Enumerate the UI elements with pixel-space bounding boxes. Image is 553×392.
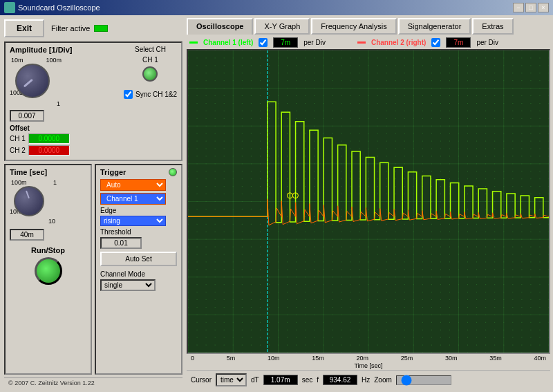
channel-mode-select[interactable]: single bbox=[100, 279, 156, 291]
ch1-checkbox[interactable] bbox=[259, 38, 268, 47]
sync-checkbox[interactable] bbox=[124, 90, 133, 99]
offset-ch2-input[interactable] bbox=[28, 145, 70, 156]
trigger-panel: Trigger Auto Channel 1 Edge rising bbox=[95, 164, 182, 375]
tab-xy-graph[interactable]: X-Y Graph bbox=[254, 18, 310, 35]
right-panel: Oscilloscope X-Y Graph Frequency Analysi… bbox=[187, 15, 553, 392]
filter-label: Filter active bbox=[51, 24, 90, 32]
ch2-checkbox[interactable] bbox=[431, 38, 440, 47]
offset-label: Offset bbox=[10, 124, 177, 132]
amplitude-value-input[interactable] bbox=[10, 110, 44, 122]
ch1-label: CH 1 bbox=[142, 56, 158, 64]
filter-led bbox=[94, 25, 108, 32]
ch2-per-div-label: per Div bbox=[476, 39, 498, 46]
trigger-title: Trigger bbox=[100, 168, 126, 176]
channel-info-bar: Channel 1 (left) per Div Channel 2 (righ… bbox=[187, 36, 550, 49]
copyright: © 2007 C. Zeitnitz Version 1.22 bbox=[4, 377, 182, 388]
time-panel: Time [sec] 100m 1 10m 10 1m Run/Stop bbox=[4, 164, 92, 375]
scope-canvas bbox=[188, 50, 549, 353]
x-label-20m: 20m bbox=[356, 355, 368, 362]
zoom-label: Zoom bbox=[374, 376, 392, 384]
ch1-channel-label: Channel 1 (left) bbox=[203, 39, 253, 46]
threshold-label: Threshold bbox=[100, 228, 177, 236]
run-stop-area: Run/Stop bbox=[10, 246, 86, 285]
trigger-source-select[interactable]: Channel 1 bbox=[100, 193, 166, 205]
amp-label-100m: 100m bbox=[46, 57, 62, 64]
time-knob[interactable] bbox=[14, 186, 44, 216]
ch1-per-div-input[interactable] bbox=[273, 37, 298, 48]
offset-ch1-label: CH 1 bbox=[10, 135, 26, 142]
channel-mode-label: Channel Mode bbox=[100, 270, 177, 278]
f-value: 934.62 bbox=[323, 375, 357, 385]
x-label-0: 0 bbox=[191, 355, 194, 362]
time-title: Time [sec] bbox=[10, 168, 86, 176]
offset-ch1-input[interactable] bbox=[28, 133, 70, 144]
zoom-slider[interactable] bbox=[396, 375, 451, 385]
trigger-led bbox=[169, 168, 177, 176]
x-label-5m: 5m bbox=[227, 355, 236, 362]
x-axis-labels: 0 5m 10m 15m 20m 25m 30m 35m 40m bbox=[187, 354, 550, 362]
left-panel: Exit Filter active Amplitude [1/Div] 10m… bbox=[0, 15, 187, 392]
exit-button[interactable]: Exit bbox=[4, 19, 44, 37]
x-label-30m: 30m bbox=[445, 355, 458, 362]
oscilloscope-display bbox=[187, 49, 550, 354]
tab-oscilloscope[interactable]: Oscilloscope bbox=[187, 18, 253, 35]
select-ch-label: Select CH bbox=[135, 46, 166, 53]
ch2-channel-label: Channel 2 (right) bbox=[371, 39, 426, 46]
f-label: f bbox=[317, 376, 319, 384]
threshold-input[interactable] bbox=[100, 237, 142, 249]
maximize-button[interactable]: □ bbox=[525, 3, 536, 12]
tabs-bar: Oscilloscope X-Y Graph Frequency Analysi… bbox=[187, 18, 550, 35]
dt-label: dT bbox=[251, 376, 259, 384]
cursor-bar: Cursor time dT 1.07m sec f 934.62 Hz Zoo… bbox=[187, 370, 550, 389]
x-axis-title: Time [sec] bbox=[187, 362, 550, 370]
edge-label: Edge bbox=[100, 207, 177, 214]
cursor-label: Cursor bbox=[191, 376, 212, 384]
run-stop-label: Run/Stop bbox=[10, 246, 86, 254]
title-bar: Soundcard Oszilloscope − □ × bbox=[0, 0, 553, 15]
ch1-per-div-label: per Div bbox=[303, 39, 326, 46]
x-label-25m: 25m bbox=[401, 355, 413, 362]
trigger-edge-select[interactable]: rising bbox=[100, 216, 166, 226]
auto-set-button[interactable]: Auto Set bbox=[100, 252, 177, 266]
ch2-color-bar bbox=[357, 41, 366, 44]
x-label-15m: 15m bbox=[312, 355, 324, 362]
cursor-type-select[interactable]: time bbox=[216, 373, 247, 386]
amp-label-10m: 10m bbox=[11, 57, 24, 64]
time-label-10: 10 bbox=[48, 218, 55, 225]
f-unit: Hz bbox=[362, 376, 370, 384]
x-label-10m: 10m bbox=[268, 355, 280, 362]
ch2-per-div-input[interactable] bbox=[446, 37, 471, 48]
minimize-button[interactable]: − bbox=[513, 3, 524, 12]
app-title: Soundcard Oszilloscope bbox=[18, 3, 100, 12]
tab-frequency-analysis[interactable]: Frequency Analysis bbox=[311, 18, 396, 35]
tab-signalgenerator[interactable]: Signalgenerator bbox=[398, 18, 471, 35]
close-button[interactable]: × bbox=[538, 3, 549, 12]
offset-ch2-label: CH 2 bbox=[10, 147, 26, 154]
dt-value: 1.07m bbox=[263, 375, 298, 385]
tab-extras[interactable]: Extras bbox=[472, 18, 513, 35]
app-icon bbox=[4, 2, 15, 13]
sync-label: Sync CH 1&2 bbox=[135, 91, 177, 98]
amplitude-knob[interactable] bbox=[15, 64, 50, 98]
ch1-color-bar bbox=[189, 41, 198, 44]
amplitude-title: Amplitude [1/Div] bbox=[10, 46, 72, 54]
run-stop-button[interactable] bbox=[35, 257, 62, 285]
x-label-35m: 35m bbox=[489, 355, 502, 362]
dt-unit: sec bbox=[302, 376, 313, 384]
x-label-40m: 40m bbox=[534, 355, 546, 362]
time-label-100m: 100m bbox=[11, 179, 27, 186]
amplitude-panel: Amplitude [1/Div] 10m 100m 100u 1 1m bbox=[4, 41, 182, 161]
amp-label-1: 1 bbox=[57, 100, 60, 107]
select-ch-area: Select CH CH 1 Sync CH 1&2 bbox=[124, 46, 177, 99]
trigger-mode-select[interactable]: Auto bbox=[100, 179, 166, 191]
time-label-1: 1 bbox=[53, 179, 57, 186]
ch1-led bbox=[142, 66, 158, 82]
time-value-input[interactable] bbox=[10, 229, 44, 241]
